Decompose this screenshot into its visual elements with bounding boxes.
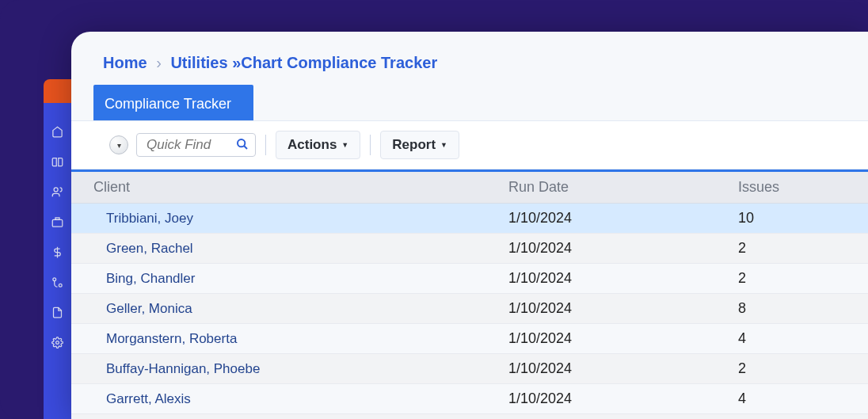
main-window: Home › Utilities »Chart Compliance Track… — [71, 32, 868, 419]
client-link[interactable]: Buffay-Hannigan, Phoebe — [89, 355, 508, 383]
table-row[interactable]: Bing, Chandler1/10/20242 — [71, 264, 868, 294]
svg-line-6 — [244, 146, 247, 149]
briefcase-icon[interactable] — [51, 215, 64, 228]
issues-cell: 10 — [738, 204, 868, 233]
breadcrumb-utilities[interactable]: Utilities » — [170, 54, 241, 71]
home-icon[interactable] — [51, 125, 64, 138]
caret-down-icon: ▼ — [440, 141, 447, 149]
rundate-cell: 1/10/2024 — [508, 324, 738, 353]
table-row[interactable]: Garrett, Alexis1/10/20244 — [71, 384, 868, 414]
svg-point-5 — [238, 139, 245, 147]
toolbar-divider — [370, 135, 371, 155]
client-link[interactable]: Geller, Monica — [89, 295, 508, 323]
rundate-cell: 1/10/2024 — [508, 264, 738, 293]
report-button[interactable]: Report ▼ — [380, 131, 459, 159]
svg-point-3 — [59, 284, 62, 287]
search-icon[interactable] — [236, 138, 249, 153]
table-row[interactable]: Morganstern, Roberta1/10/20244 — [71, 324, 868, 354]
table-header-row: Client Run Date Issues — [71, 172, 868, 204]
caret-down-icon: ▼ — [341, 141, 348, 149]
table-row[interactable]: Geller, Monica1/10/20248 — [71, 294, 868, 324]
col-header-issues[interactable]: Issues — [738, 172, 868, 203]
table-row[interactable]: Tribbiani, Joey1/10/202410 — [71, 204, 868, 234]
rundate-cell: 1/10/2024 — [508, 234, 738, 263]
issues-cell: 4 — [738, 324, 868, 353]
table-row[interactable]: Buffay-Hannigan, Phoebe1/10/20242 — [71, 354, 868, 384]
rundate-cell: 1/10/2024 — [508, 414, 738, 419]
client-link[interactable]: Morganstern, Roberta — [89, 325, 508, 353]
client-link[interactable]: Garrett, Alexis — [89, 385, 508, 413]
issues-cell: 4 — [738, 384, 868, 413]
client-link[interactable]: Green, Rachel — [89, 234, 508, 263]
issues-cell: 8 — [738, 294, 868, 323]
issues-cell: 2 — [738, 264, 868, 293]
col-header-client[interactable]: Client — [89, 172, 508, 203]
book-icon[interactable] — [51, 155, 64, 168]
dollar-icon[interactable] — [51, 246, 64, 258]
svg-point-0 — [54, 187, 58, 191]
toolbar-divider — [265, 135, 266, 155]
chevron-down-icon: ▾ — [117, 141, 121, 150]
tab-compliance-tracker[interactable]: Compliance Tracker — [93, 85, 253, 120]
report-label: Report — [392, 137, 436, 153]
svg-point-2 — [53, 277, 56, 280]
issues-cell: 2 — [738, 354, 868, 383]
rundate-cell: 1/10/2024 — [508, 204, 738, 233]
issues-cell: 2 — [738, 234, 868, 263]
breadcrumb: Home › Utilities »Chart Compliance Track… — [71, 32, 868, 80]
branch-icon[interactable] — [51, 276, 64, 288]
collapse-toggle[interactable]: ▾ — [109, 135, 128, 154]
users-icon[interactable] — [51, 185, 64, 198]
actions-button[interactable]: Actions ▼ — [276, 131, 360, 159]
quick-find-input[interactable] — [147, 137, 222, 153]
issues-cell: 8 — [738, 414, 868, 419]
breadcrumb-home[interactable]: Home — [103, 54, 147, 71]
actions-label: Actions — [287, 137, 337, 153]
rundate-cell: 1/10/2024 — [508, 354, 738, 383]
client-link[interactable]: Buffay, Ursula — [89, 415, 508, 420]
quick-find-wrapper — [136, 133, 256, 157]
svg-point-4 — [56, 341, 59, 344]
table-body: Tribbiani, Joey1/10/202410Green, Rachel1… — [71, 204, 868, 419]
left-sidebar — [44, 79, 71, 419]
data-table: Client Run Date Issues Tribbiani, Joey1/… — [71, 170, 868, 419]
toolbar: ▾ Actions ▼ Report ▼ — [71, 120, 868, 170]
rundate-cell: 1/10/2024 — [508, 384, 738, 413]
rundate-cell: 1/10/2024 — [508, 294, 738, 323]
client-link[interactable]: Bing, Chandler — [89, 265, 508, 293]
svg-rect-1 — [52, 219, 63, 227]
gear-icon[interactable] — [51, 336, 64, 349]
chevron-right-icon: › — [156, 54, 162, 71]
breadcrumb-current[interactable]: Chart Compliance Tracker — [241, 54, 437, 71]
col-header-rundate[interactable]: Run Date — [508, 172, 738, 203]
table-row[interactable]: Green, Rachel1/10/20242 — [71, 234, 868, 264]
client-link[interactable]: Tribbiani, Joey — [89, 204, 508, 233]
tab-bar: Compliance Tracker — [71, 85, 868, 120]
table-row[interactable]: Buffay, Ursula1/10/20248 — [71, 414, 868, 419]
file-icon[interactable] — [51, 306, 64, 318]
